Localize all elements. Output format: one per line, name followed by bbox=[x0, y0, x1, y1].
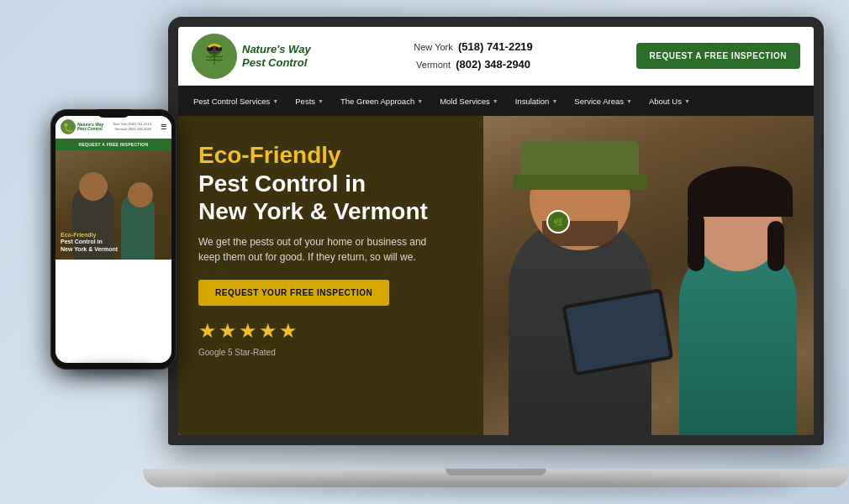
header-cta-button[interactable]: REQUEST A FREE INSPECTION bbox=[636, 43, 800, 69]
nav-mold-services[interactable]: Mold Services ▼ bbox=[431, 86, 507, 116]
vt-phone: Vermont (802) 348-2940 bbox=[311, 56, 636, 74]
header-contact: New York (518) 741-2219 Vermont (802) 34… bbox=[311, 39, 636, 74]
star-3: ★ bbox=[239, 319, 257, 343]
logo-icon bbox=[192, 34, 237, 79]
logo-line1: Nature's Way bbox=[242, 43, 311, 56]
hero-image: 🌿 bbox=[483, 116, 814, 435]
phone-menu-button[interactable]: ☰ bbox=[161, 123, 166, 131]
nav-green-approach[interactable]: The Green Approach ▼ bbox=[332, 86, 431, 116]
logo-bug-graphic bbox=[192, 34, 237, 79]
hero-title: Pest Control in New York & Vermont bbox=[198, 170, 463, 226]
nav-pest-control-services[interactable]: Pest Control Services ▼ bbox=[185, 86, 287, 116]
phone-cta-bar[interactable]: REQUEST A FREE INSPECTION bbox=[55, 139, 171, 150]
laptop-body: Nature's Way Pest Control New York (518)… bbox=[168, 17, 824, 445]
star-4: ★ bbox=[259, 319, 277, 343]
phone-contact-info: New York (518) 741-2219 Vermont (802) 34… bbox=[113, 122, 151, 131]
chevron-down-icon: ▼ bbox=[318, 98, 324, 104]
phone-screen: 🐛 Nature's Way Pest Control New York (51… bbox=[55, 116, 171, 363]
site-logo: Nature's Way Pest Control bbox=[192, 34, 311, 79]
phone-logo-bug: 🐛 bbox=[61, 119, 76, 134]
phone-body: 🐛 Nature's Way Pest Control New York (51… bbox=[50, 109, 177, 370]
laptop-device: Nature's Way Pest Control New York (518)… bbox=[168, 17, 824, 487]
phone-hero: Eco-Friendly Pest Control in New York & … bbox=[55, 150, 171, 260]
rating-label: Google 5 Star-Rated bbox=[198, 348, 463, 357]
hero-title-line1: Pest Control in bbox=[198, 171, 366, 197]
hero-subtitle: We get the pests out of your home or bus… bbox=[198, 234, 434, 265]
nav-insulation[interactable]: Insulation ▼ bbox=[507, 86, 567, 116]
hero-content: Eco-Friendly Pest Control in New York & … bbox=[178, 116, 483, 435]
site-navigation: Pest Control Services ▼ Pests ▼ The Gree… bbox=[178, 86, 814, 116]
phone-device: 🐛 Nature's Way Pest Control New York (51… bbox=[50, 109, 177, 370]
phone-logo: 🐛 Nature's Way Pest Control bbox=[61, 119, 103, 134]
laptop-shadow bbox=[193, 479, 799, 496]
phone-hero-title: Pest Control in New York & Vermont bbox=[61, 238, 118, 253]
hero-eco-text: Eco-Friendly bbox=[198, 141, 463, 170]
hero-cta-button[interactable]: REQUEST YOUR FREE INSPECTION bbox=[198, 280, 389, 306]
phone-cta-text: REQUEST A FREE INSPECTION bbox=[59, 142, 168, 147]
ny-number[interactable]: (518) 741-2219 bbox=[458, 40, 533, 53]
chevron-down-icon: ▼ bbox=[272, 98, 278, 104]
chevron-down-icon: ▼ bbox=[417, 98, 423, 104]
star-5: ★ bbox=[279, 319, 298, 343]
phone-logo-text: Nature's Way Pest Control bbox=[77, 123, 103, 132]
hero-title-line2: New York & Vermont bbox=[198, 198, 428, 224]
chevron-down-icon: ▼ bbox=[626, 98, 632, 104]
star-1: ★ bbox=[198, 319, 217, 343]
hero-stars: ★ ★ ★ ★ ★ Google 5 Star-Rated bbox=[198, 319, 463, 357]
chevron-down-icon: ▼ bbox=[493, 98, 498, 104]
nav-pests[interactable]: Pests ▼ bbox=[287, 86, 332, 116]
vt-number[interactable]: (802) 348-2940 bbox=[456, 58, 530, 71]
phone-eco-text: Eco-Friendly bbox=[61, 232, 118, 238]
laptop-screen: Nature's Way Pest Control New York (518)… bbox=[178, 27, 814, 435]
phone-shadow bbox=[67, 363, 160, 376]
hero-photo: 🌿 bbox=[483, 116, 814, 435]
phone-notch bbox=[97, 109, 130, 118]
hero-section: Eco-Friendly Pest Control in New York & … bbox=[178, 116, 814, 435]
site-header: Nature's Way Pest Control New York (518)… bbox=[178, 27, 814, 86]
nav-service-areas[interactable]: Service Areas ▼ bbox=[566, 86, 641, 116]
chevron-down-icon: ▼ bbox=[551, 98, 557, 104]
chevron-down-icon: ▼ bbox=[684, 98, 690, 104]
logo-text: Nature's Way Pest Control bbox=[242, 43, 311, 69]
phone-hero-text: Eco-Friendly Pest Control in New York & … bbox=[61, 232, 118, 253]
nav-about-us[interactable]: About Us ▼ bbox=[641, 86, 699, 116]
logo-line2: Pest Control bbox=[242, 56, 311, 70]
star-2: ★ bbox=[219, 319, 237, 343]
ny-phone: New York (518) 741-2219 bbox=[311, 39, 636, 56]
phone-header: 🐛 Nature's Way Pest Control New York (51… bbox=[55, 116, 171, 139]
